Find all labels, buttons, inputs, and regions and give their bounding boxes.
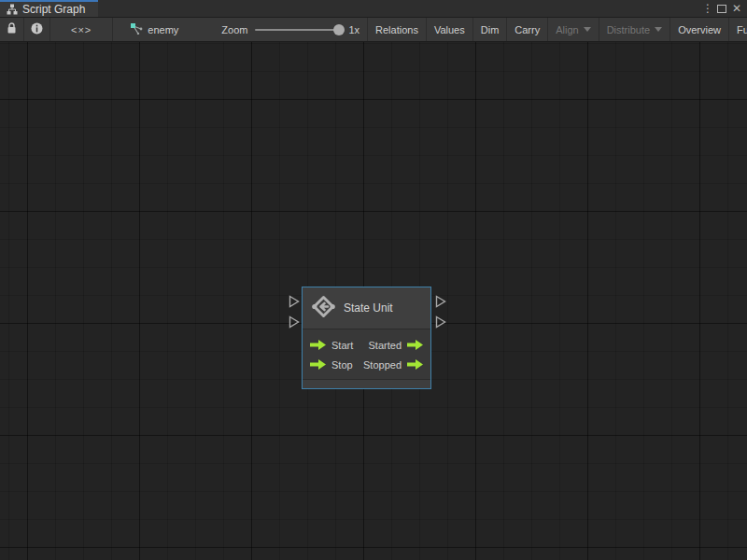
overview-button[interactable]: Overview [670, 18, 729, 41]
code-preview-button[interactable]: <×> [50, 18, 113, 41]
zoom-label: Zoom [221, 24, 247, 35]
code-preview-icon: <×> [71, 24, 92, 35]
tab-script-graph[interactable]: Script Graph [0, 0, 98, 17]
values-button[interactable]: Values [427, 18, 473, 41]
full-screen-label: Full Screen [737, 24, 747, 35]
input-flow-port[interactable] [310, 357, 326, 373]
dim-label: Dim [481, 24, 500, 35]
relations-label: Relations [375, 24, 418, 35]
zoom-control: Zoom 1x [188, 18, 367, 41]
carry-button[interactable]: Carry [507, 18, 548, 41]
lock-icon [7, 22, 17, 36]
relations-button[interactable]: Relations [367, 18, 427, 41]
node-title: State Unit [344, 301, 393, 315]
node-header[interactable]: State Unit [303, 287, 430, 329]
node-footer [303, 379, 430, 388]
distribute-label: Distribute [607, 24, 650, 35]
graph-asset-icon [130, 22, 143, 36]
align-label: Align [556, 24, 578, 35]
dim-button[interactable]: Dim [473, 18, 508, 41]
graph-toolbar: <×> enemy Zoom 1x Relations [0, 18, 747, 42]
values-label: Values [434, 24, 465, 35]
zoom-slider-handle[interactable] [333, 24, 345, 35]
zoom-value: 1x [348, 24, 359, 35]
external-input-port[interactable] [289, 315, 300, 329]
input-port-label: Start [331, 340, 353, 351]
window-controls: ⋮ ✕ [702, 0, 747, 17]
align-button[interactable]: Align [548, 18, 599, 41]
graph-hierarchy-icon [7, 4, 18, 15]
chevron-down-icon [584, 27, 591, 32]
port-row-start: Start Started [303, 335, 430, 355]
toolbar-buttons: Relations Values Dim Carry Align Distrib… [367, 18, 747, 41]
inspect-button[interactable] [24, 18, 50, 41]
full-screen-button[interactable]: Full Screen [729, 18, 747, 41]
lock-button[interactable] [0, 18, 24, 41]
external-output-port[interactable] [435, 315, 446, 329]
tab-bar: Script Graph ⋮ ✕ [0, 0, 747, 18]
input-port-label: Stop [331, 359, 353, 371]
graph-breadcrumb[interactable]: enemy [113, 18, 188, 41]
graph-canvas[interactable]: State Unit Start Started [0, 42, 747, 560]
external-output-port[interactable] [435, 295, 446, 308]
node-body: Start Started Stop Stopped [303, 329, 430, 379]
script-graph-window: Script Graph ⋮ ✕ [0, 0, 747, 560]
input-flow-port[interactable] [310, 337, 326, 354]
output-flow-port[interactable] [407, 337, 423, 354]
info-icon [31, 22, 43, 36]
overview-label: Overview [678, 24, 721, 35]
tab-label: Script Graph [22, 3, 85, 16]
chevron-down-icon [655, 27, 662, 32]
output-flow-port[interactable] [407, 357, 423, 373]
close-icon[interactable]: ✕ [732, 2, 741, 15]
port-row-stop: Stop Stopped [303, 355, 430, 374]
graph-name-label: enemy [148, 24, 178, 35]
window-menu-icon[interactable]: ⋮ [702, 2, 712, 15]
maximize-icon[interactable] [717, 5, 726, 13]
external-input-port[interactable] [289, 295, 300, 308]
zoom-slider[interactable] [255, 29, 341, 31]
distribute-button[interactable]: Distribute [599, 18, 670, 41]
output-port-label: Stopped [363, 359, 402, 371]
state-unit-icon [312, 295, 335, 322]
carry-label: Carry [514, 24, 540, 35]
state-unit-node[interactable]: State Unit Start Started [302, 287, 431, 389]
output-port-label: Started [369, 340, 402, 351]
